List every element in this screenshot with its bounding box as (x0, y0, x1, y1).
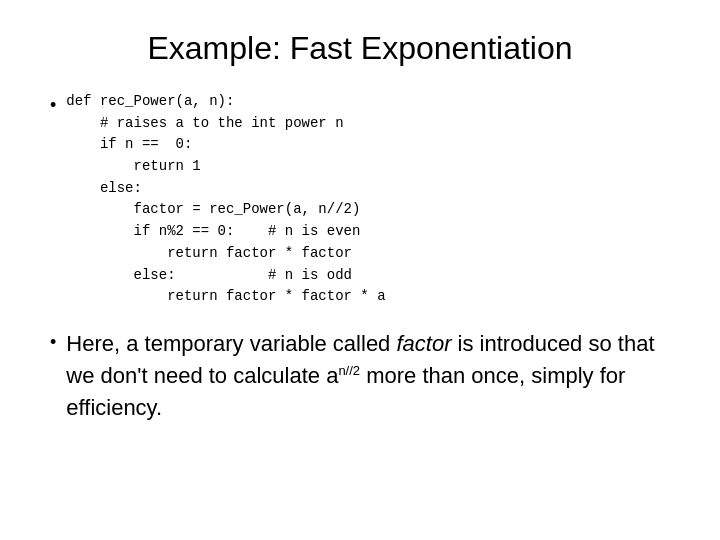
bullet-item-explanation: • Here, a temporary variable called fact… (50, 328, 670, 424)
superscript: n//2 (338, 362, 360, 377)
bullet-dot-2: • (50, 330, 56, 355)
explanation-italic: factor (396, 331, 451, 356)
slide: Example: Fast Exponentiation • def rec_P… (0, 0, 720, 540)
slide-title: Example: Fast Exponentiation (50, 30, 670, 67)
code-block: def rec_Power(a, n): # raises a to the i… (66, 91, 385, 308)
slide-content: • def rec_Power(a, n): # raises a to the… (50, 91, 670, 424)
bullet-item-code: • def rec_Power(a, n): # raises a to the… (50, 91, 670, 308)
bullet-dot-1: • (50, 93, 56, 118)
explanation-text: Here, a temporary variable called factor… (66, 328, 670, 424)
explanation-prefix: Here, a temporary variable called (66, 331, 396, 356)
